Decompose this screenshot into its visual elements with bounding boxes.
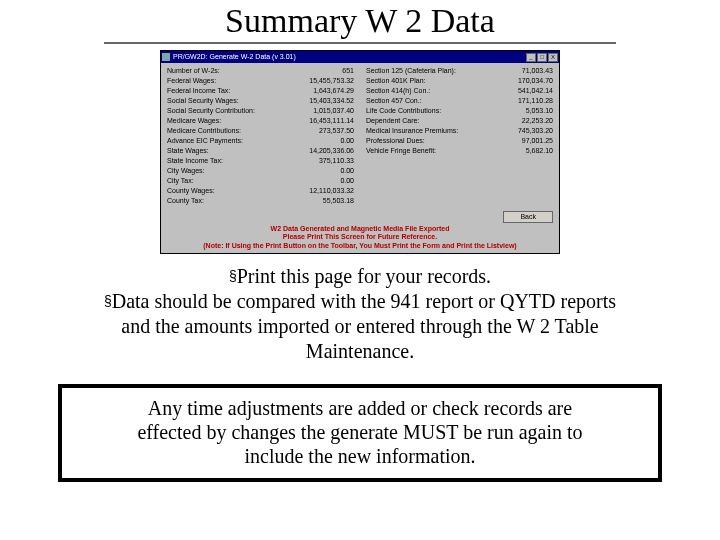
footer-line: W2 Data Generated and Magnetic Media Fil… <box>167 225 553 233</box>
summary-label: State Wages: <box>167 147 215 157</box>
bullet-continuation: Maintenance. <box>24 339 696 364</box>
summary-row: Medical Insurance Premiums:745,303.20 <box>366 127 553 137</box>
summary-value: 0.00 <box>302 177 354 187</box>
bullet-text: Data should be compared with the 941 rep… <box>112 290 616 312</box>
footer-line: Please Print This Screen for Future Refe… <box>167 233 553 241</box>
window-body: Number of W-2s:651Federal Wages:15,455,7… <box>161 63 559 253</box>
summary-label: Federal Income Tax: <box>167 87 236 97</box>
summary-row: Vehicle Fringe Benefit:5,682.10 <box>366 147 553 157</box>
summary-row: County Tax:55,503.18 <box>167 197 354 207</box>
summary-label: County Wages: <box>167 187 221 197</box>
summary-value: 22,253.20 <box>501 117 553 127</box>
warning-box: Any time adjustments are added or check … <box>58 384 662 482</box>
warning-line: Any time adjustments are added or check … <box>74 396 646 420</box>
back-row: Back <box>167 211 553 223</box>
summary-row: State Income Tax:375,110.33 <box>167 157 354 167</box>
summary-label: Dependent Care: <box>366 117 425 127</box>
summary-label: Federal Wages: <box>167 77 222 87</box>
summary-label: County Tax: <box>167 197 210 207</box>
title-underline <box>104 42 616 44</box>
summary-row: Section 401K Plan:170,034.70 <box>366 77 553 87</box>
summary-label: Section 125 (Cafeteria Plan): <box>366 67 462 77</box>
summary-label: Section 401K Plan: <box>366 77 432 87</box>
summary-value: 745,303.20 <box>501 127 553 137</box>
summary-row: Number of W-2s:651 <box>167 67 354 77</box>
summary-value: 170,034.70 <box>501 77 553 87</box>
summary-row: Social Security Wages:15,403,334.52 <box>167 97 354 107</box>
warning-line: include the new information. <box>74 444 646 468</box>
summary-row: Professional Dues:97,001.25 <box>366 137 553 147</box>
summary-row: City Tax:0.00 <box>167 177 354 187</box>
summary-label: Medicare Wages: <box>167 117 227 127</box>
summary-row: Dependent Care:22,253.20 <box>366 117 553 127</box>
warning-line: effected by changes the generate MUST be… <box>74 420 646 444</box>
summary-label: City Tax: <box>167 177 200 187</box>
summary-value: 651 <box>302 67 354 77</box>
bullet-text: Print this page for your records. <box>237 265 491 287</box>
summary-row: Federal Income Tax:1,643,674.29 <box>167 87 354 97</box>
summary-row: Medicare Wages:16,453,111.14 <box>167 117 354 127</box>
summary-value: 171,110.28 <box>501 97 553 107</box>
summary-label: Social Security Contribution: <box>167 107 261 117</box>
summary-row: State Wages:14,205,336.06 <box>167 147 354 157</box>
summary-label: City Wages: <box>167 167 210 177</box>
summary-value: 97,001.25 <box>501 137 553 147</box>
summary-label: Medical Insurance Premiums: <box>366 127 464 137</box>
summary-row: Section 457 Con.:171,110.28 <box>366 97 553 107</box>
summary-row: Section 125 (Cafeteria Plan):71,003.43 <box>366 67 553 77</box>
summary-row: Federal Wages:15,455,753.32 <box>167 77 354 87</box>
bullet-continuation: and the amounts imported or entered thro… <box>24 314 696 339</box>
bullet-list: §Print this page for your records. §Data… <box>24 264 696 364</box>
window-controls: _ □ X <box>526 53 558 62</box>
summary-label: State Income Tax: <box>167 157 229 167</box>
summary-value: 14,205,336.06 <box>302 147 354 157</box>
bullet-item: §Data should be compared with the 941 re… <box>24 289 696 314</box>
summary-label: Life Code Contributions: <box>366 107 447 117</box>
window-icon <box>162 53 170 61</box>
summary-left-column: Number of W-2s:651Federal Wages:15,455,7… <box>167 67 354 207</box>
slide: Summary W 2 Data PR/GW2D: Generate W-2 D… <box>0 2 720 540</box>
summary-label: Social Security Wages: <box>167 97 245 107</box>
maximize-button[interactable]: □ <box>537 53 547 62</box>
footer-line: (Note: If Using the Print Button on the … <box>167 242 553 250</box>
window-caption: PR/GW2D: Generate W-2 Data (v 3.01) <box>173 53 526 61</box>
summary-row: Section 414(h) Con.:541,042.14 <box>366 87 553 97</box>
summary-value: 12,110,033.32 <box>302 187 354 197</box>
summary-right-column: Section 125 (Cafeteria Plan):71,003.43Se… <box>366 67 553 207</box>
summary-value: 1,015,037.40 <box>302 107 354 117</box>
bullet-mark-icon: § <box>104 293 112 309</box>
summary-row: Social Security Contribution:1,015,037.4… <box>167 107 354 117</box>
bullet-item: §Print this page for your records. <box>24 264 696 289</box>
summary-value: 15,403,334.52 <box>302 97 354 107</box>
app-window: PR/GW2D: Generate W-2 Data (v 3.01) _ □ … <box>160 50 560 254</box>
summary-row: City Wages:0.00 <box>167 167 354 177</box>
summary-label: Professional Dues: <box>366 137 431 147</box>
summary-value: 0.00 <box>302 167 354 177</box>
window-footer: W2 Data Generated and Magnetic Media Fil… <box>167 223 553 250</box>
summary-row: County Wages:12,110,033.32 <box>167 187 354 197</box>
summary-value: 55,503.18 <box>302 197 354 207</box>
minimize-button[interactable]: _ <box>526 53 536 62</box>
page-title: Summary W 2 Data <box>24 2 696 40</box>
summary-label: Number of W-2s: <box>167 67 226 77</box>
summary-row: Life Code Contributions:5,053.10 <box>366 107 553 117</box>
summary-label: Section 457 Con.: <box>366 97 428 107</box>
summary-row: Medicare Contributions:273,537.50 <box>167 127 354 137</box>
summary-columns: Number of W-2s:651Federal Wages:15,455,7… <box>167 67 553 207</box>
summary-value: 541,042.14 <box>501 87 553 97</box>
summary-value: 375,110.33 <box>302 157 354 167</box>
summary-value: 273,537.50 <box>302 127 354 137</box>
back-button[interactable]: Back <box>503 211 553 223</box>
summary-label: Advance EIC Payments: <box>167 137 249 147</box>
window-titlebar: PR/GW2D: Generate W-2 Data (v 3.01) _ □ … <box>161 51 559 63</box>
summary-value: 71,003.43 <box>501 67 553 77</box>
close-button[interactable]: X <box>548 53 558 62</box>
summary-label: Vehicle Fringe Benefit: <box>366 147 442 157</box>
summary-value: 1,643,674.29 <box>302 87 354 97</box>
summary-value: 5,682.10 <box>501 147 553 157</box>
bullet-mark-icon: § <box>229 268 237 284</box>
summary-value: 5,053.10 <box>501 107 553 117</box>
summary-value: 0.00 <box>302 137 354 147</box>
summary-value: 15,455,753.32 <box>302 77 354 87</box>
summary-label: Medicare Contributions: <box>167 127 247 137</box>
